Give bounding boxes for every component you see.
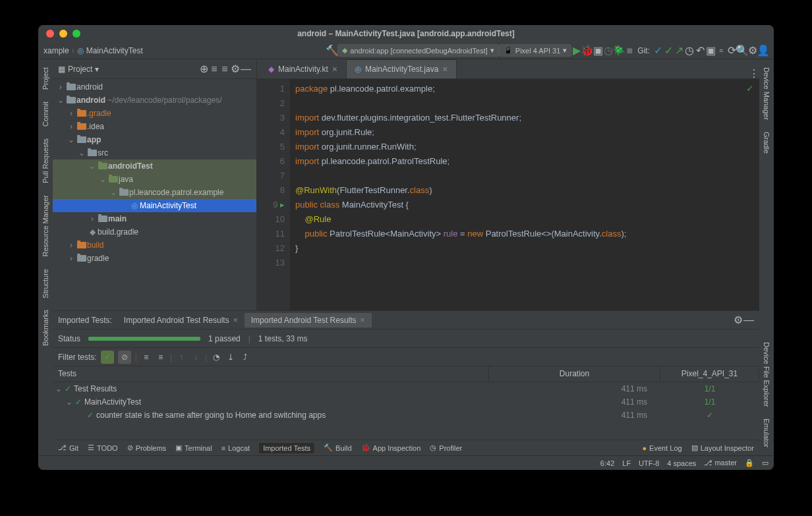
tool-todo[interactable]: ☰TODO [88, 444, 118, 452]
tool-git[interactable]: ⎇Git [58, 444, 78, 452]
more-icon[interactable]: ⋮ [749, 68, 759, 78]
indent[interactable]: 4 spaces [667, 459, 696, 467]
code-area[interactable]: ✓ 123456789 ▸10111213 package pl.leancod… [257, 79, 759, 310]
attach-debugger-icon[interactable]: 🪲 [614, 45, 624, 56]
tool-problems[interactable]: ⊘Problems [127, 444, 166, 452]
close-icon[interactable]: × [332, 64, 337, 74]
history-icon[interactable]: ◔ [211, 352, 221, 362]
close-icon[interactable]: × [361, 316, 365, 325]
test-row[interactable]: ✓counter state is the same after going t… [53, 409, 759, 422]
hide-icon[interactable]: — [743, 315, 754, 326]
device-dropdown[interactable]: 📱 Pixel 4 API 31 ▾ [499, 44, 572, 57]
hide-icon[interactable]: — [241, 64, 251, 74]
tool-layout-inspector[interactable]: ▧Layout Inspector [691, 444, 754, 452]
ide-window: android – MainActivityTest.java [android… [38, 25, 774, 470]
tool-commit[interactable]: Commit [40, 99, 51, 129]
tool-terminal[interactable]: ▣Terminal [175, 444, 212, 452]
filter-ignored-button[interactable]: ⊘ [118, 351, 131, 364]
col-device: Pixel_4_API_31 [660, 366, 759, 382]
tool-imported-tests[interactable]: Imported Tests [259, 443, 314, 453]
tool-device-file-explorer[interactable]: Device File Explorer [761, 339, 772, 409]
import-icon[interactable]: ⤓ [225, 352, 236, 362]
git-history-icon[interactable]: ◷ [684, 45, 695, 56]
test-tab-active[interactable]: Imported Android Test Results× [245, 313, 372, 328]
code-text[interactable]: package pl.leancode.patrol.example; impo… [290, 79, 759, 310]
tree-node[interactable]: ⌄src [53, 146, 256, 159]
undo-icon[interactable]: ↶ [695, 45, 705, 56]
tool-structure[interactable]: Structure [40, 266, 51, 301]
tool-project[interactable]: Project [40, 65, 51, 92]
tree-node[interactable]: ⌄pl.leancode.patrol.example [53, 186, 256, 199]
expand-icon[interactable]: ≡ [141, 352, 152, 362]
encoding[interactable]: UTF-8 [639, 459, 659, 467]
gear-icon[interactable]: ⚙ [230, 64, 241, 74]
locate-icon[interactable]: ⊕ [198, 64, 209, 74]
stop-icon[interactable]: ■ [624, 45, 635, 56]
tool-build[interactable]: 🔨Build [324, 444, 351, 452]
editor-tab-active[interactable]: ◎MainActivityTest.java× [346, 59, 457, 78]
project-tree[interactable]: ›android ⌄android ~/dev/leancode/patrol/… [53, 79, 256, 310]
avatar-icon[interactable]: 👤 [758, 45, 768, 56]
run-gutter-icon[interactable]: ▸ [280, 200, 285, 210]
search-icon[interactable]: 🔍 [737, 45, 747, 56]
export-icon[interactable]: ⤴ [240, 352, 250, 362]
gear-icon[interactable]: ⚙ [733, 315, 743, 326]
gradle-file-icon: ◆ [87, 227, 98, 237]
tool-profiler[interactable]: ◷Profiler [430, 444, 462, 452]
test-row[interactable]: ⌄✓Test Results 411 ms 1/1 [53, 382, 759, 395]
tree-node[interactable]: ◆build.gradle [53, 225, 256, 239]
git-push-icon[interactable]: ↗ [674, 45, 684, 56]
breadcrumb-seg[interactable]: MainActivityTest [86, 46, 143, 55]
test-tab[interactable]: Imported Android Test Results× [117, 313, 245, 328]
tree-node[interactable]: ›gradle [53, 252, 256, 265]
collapse-all-icon[interactable]: ≡ [219, 64, 230, 74]
tree-node[interactable]: ›main [53, 212, 256, 225]
tree-node[interactable]: ›.gradle [53, 107, 256, 120]
memory-indicator[interactable]: ▭ [762, 459, 768, 467]
line-separator[interactable]: LF [622, 459, 631, 467]
project-view-dropdown[interactable]: ▦ Project ▾ [58, 65, 99, 74]
tool-gradle[interactable]: Gradle [761, 129, 772, 156]
tree-node-selected[interactable]: ◎MainActivityTest [53, 199, 256, 212]
breadcrumb[interactable]: xample › ◎ MainActivityTest [44, 46, 143, 55]
run-configuration-dropdown[interactable]: ◆ android:app [connectedDebugAndroidTest… [337, 44, 499, 57]
profile-icon[interactable]: ◷ [603, 45, 614, 56]
tool-resource-manager[interactable]: Resource Manager [40, 192, 51, 260]
sdk-icon[interactable]: ▫ [716, 45, 726, 56]
tool-bookmarks[interactable]: Bookmarks [40, 307, 51, 349]
tool-pull-requests[interactable]: Pull Requests [40, 136, 51, 186]
tool-logcat[interactable]: ≡Logcat [221, 444, 250, 452]
tree-node[interactable]: ⌄java [53, 173, 256, 186]
hammer-icon[interactable]: 🔨 [327, 45, 337, 56]
breadcrumb-seg[interactable]: xample [44, 46, 69, 55]
lock-icon[interactable]: 🔒 [745, 459, 754, 467]
coverage-icon[interactable]: ▣ [593, 45, 603, 56]
tree-node[interactable]: ⌄app [53, 133, 256, 146]
tool-app-inspection[interactable]: 🐞App Inspection [361, 444, 421, 452]
close-icon[interactable]: × [442, 64, 448, 74]
caret-position[interactable]: 6:42 [600, 459, 614, 467]
tree-node[interactable]: ›build [53, 239, 256, 252]
tree-node[interactable]: ⌄android ~/dev/leancode/patrol/packages/ [53, 94, 256, 107]
filter-passed-button[interactable]: ✓ [101, 351, 114, 364]
git-pull-icon[interactable]: ✓ [652, 45, 663, 56]
tree-node[interactable]: ›.idea [53, 120, 256, 133]
git-branch[interactable]: ⎇ master [704, 459, 737, 467]
close-icon[interactable]: × [233, 316, 238, 325]
test-row[interactable]: ⌄✓MainActivityTest 411 ms 1/1 [53, 395, 759, 409]
tool-event-log[interactable]: ●Event Log [642, 444, 682, 452]
avd-icon[interactable]: ▣ [705, 45, 716, 56]
next-failed-icon[interactable]: ↓ [190, 352, 201, 362]
expand-all-icon[interactable]: ≡ [209, 64, 219, 74]
tool-device-manager[interactable]: Device Manager [761, 65, 772, 123]
git-commit-icon[interactable]: ✓ [663, 45, 674, 56]
collapse-icon[interactable]: ≡ [156, 352, 166, 362]
editor-tab[interactable]: ◆MainActivity.kt× [260, 59, 346, 78]
tree-node[interactable]: ⌄androidTest [53, 159, 256, 173]
debug-icon[interactable]: 🐞 [582, 45, 593, 56]
tree-node[interactable]: ›android [53, 80, 256, 94]
editor: ◆MainActivity.kt× ◎MainActivityTest.java… [257, 59, 759, 310]
tool-emulator[interactable]: Emulator [761, 416, 772, 450]
prev-failed-icon[interactable]: ↑ [176, 352, 187, 362]
inspection-ok-icon[interactable]: ✓ [746, 83, 754, 94]
